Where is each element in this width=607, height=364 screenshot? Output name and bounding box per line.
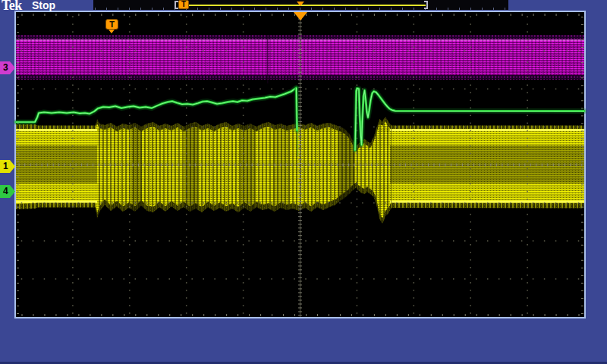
- trigger-position-badge[interactable]: T: [178, 0, 189, 9]
- acquisition-preview-bar: T: [93, 0, 508, 10]
- trigger-position-marker[interactable]: [294, 12, 307, 20]
- trigger-position-marker-bar[interactable]: [297, 2, 304, 6]
- acquisition-status: Stop: [32, 0, 55, 11]
- tek-logo: Tek: [2, 0, 22, 14]
- acquisition-window-right-bracket[interactable]: [424, 1, 428, 9]
- waveform-display: [0, 0, 607, 364]
- acquisition-bar-ticks: [95, 8, 507, 10]
- oscilloscope-screen: Tek Stop T T 3 1 4: [0, 0, 607, 364]
- trigger-level-badge[interactable]: T: [105, 19, 118, 30]
- trigger-level-badge-tail: [109, 30, 115, 33]
- acquisition-window-span: [189, 5, 426, 6]
